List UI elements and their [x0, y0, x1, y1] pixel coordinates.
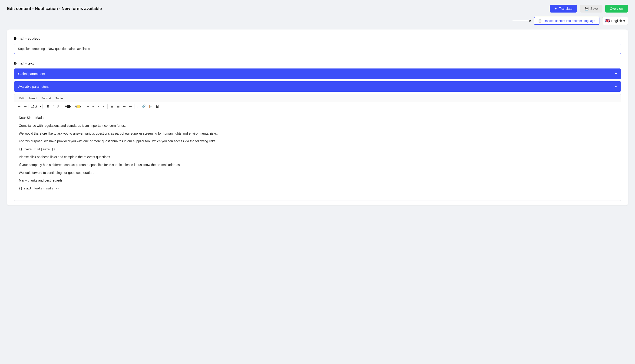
editor-line-4: For this purpose, we have provided you w… — [19, 138, 616, 144]
chevron-down-icon: ▾ — [615, 84, 617, 89]
align-justify-button[interactable]: ≡ — [101, 104, 106, 109]
toolbar-menu: Edit Insert Format Table — [14, 94, 621, 102]
menu-table[interactable]: Table — [53, 96, 65, 102]
arrow-hint — [513, 21, 531, 21]
underline-button[interactable]: U — [55, 104, 60, 109]
chevron-down-icon: ▾ — [623, 19, 625, 23]
save-button[interactable]: 💾 Save — [580, 5, 602, 12]
menu-edit[interactable]: Edit — [17, 96, 27, 102]
editor-line-5: {{ form_list|safe }} — [19, 146, 616, 152]
divider — [62, 104, 62, 109]
italic-button[interactable]: I — [51, 104, 55, 109]
editor-line-8: We look forward to continuing our good c… — [19, 170, 616, 176]
redo-button[interactable]: ↪ — [23, 104, 28, 109]
email-text-label: E-mail - text — [14, 61, 621, 65]
font-size-select[interactable]: 12pt 10pt 14pt 16pt 18pt — [29, 104, 43, 109]
sub-header-row: 📋 Transfer content into another language… — [7, 17, 628, 25]
email-text-section: E-mail - text Global parameters ▾ Availa… — [14, 61, 621, 201]
arrow-line — [513, 21, 531, 21]
toolbar-buttons: ↩ ↪ 12pt 10pt 14pt 16pt 18pt B I U A ▾ A… — [14, 102, 621, 110]
divider — [135, 104, 135, 109]
language-selector[interactable]: 🇬🇧 English ▾ — [602, 17, 628, 25]
menu-insert[interactable]: Insert — [27, 96, 39, 102]
translate-button[interactable]: ✦ Translate — [550, 5, 577, 12]
email-subject-input[interactable] — [14, 44, 621, 54]
header-actions: ✦ Translate 💾 Save Overview — [550, 5, 628, 12]
font-color-button[interactable]: A ▾ — [64, 104, 73, 109]
menu-format[interactable]: Format — [39, 96, 53, 102]
header-row: Edit content - Notification - New forms … — [7, 5, 628, 12]
main-card: E-mail - subject E-mail - text Global pa… — [7, 30, 628, 206]
editor-line-1: Dear Sir or Madam — [19, 115, 616, 121]
image-button[interactable]: 🖼 — [155, 104, 161, 109]
italic2-button[interactable]: I — [136, 104, 140, 109]
highlight-color-button[interactable]: A ▾ — [73, 104, 83, 109]
bold-button[interactable]: B — [46, 104, 51, 109]
editor-line-7: If your company has a different contact … — [19, 162, 616, 168]
indent-button[interactable]: ⇥ — [128, 104, 133, 109]
align-left-button[interactable]: ≡ — [86, 104, 90, 109]
align-center-button[interactable]: ≡ — [91, 104, 96, 109]
ordered-list-button[interactable]: ☷ — [115, 104, 121, 109]
flag-icon: 🇬🇧 — [605, 18, 610, 23]
unordered-list-button[interactable]: ☰ — [109, 104, 115, 109]
overview-button[interactable]: Overview — [605, 5, 628, 12]
editor-line-9: Many thanks and best regards, — [19, 178, 616, 184]
align-right-button[interactable]: ≡ — [96, 104, 101, 109]
transfer-button[interactable]: 📋 Transfer content into another language — [534, 17, 600, 25]
editor-line-2: Compliance with regulations and standard… — [19, 123, 616, 128]
font-color-swatch — [67, 105, 70, 108]
editor-line-3: We would therefore like to ask you to an… — [19, 131, 616, 136]
transfer-icon: 📋 — [538, 19, 542, 22]
editor-body[interactable]: Dear Sir or Madam Compliance with regula… — [14, 110, 621, 201]
divider — [84, 104, 84, 109]
page-title: Edit content - Notification - New forms … — [7, 6, 102, 11]
divider — [107, 104, 108, 109]
email-subject-label: E-mail - subject — [14, 36, 621, 40]
link-button[interactable]: 🔗 — [140, 104, 147, 109]
undo-button[interactable]: ↩ — [17, 104, 22, 109]
chevron-down-icon: ▾ — [615, 72, 617, 76]
editor-line-6: Please click on these links and complete… — [19, 154, 616, 160]
highlight-swatch — [77, 105, 80, 108]
editor-line-10: {{ mail_footer|safe }} — [19, 186, 616, 191]
save-icon: 💾 — [584, 7, 588, 10]
translate-icon: ✦ — [554, 7, 557, 10]
paste-button[interactable]: 📋 — [147, 104, 154, 109]
outdent-button[interactable]: ⇤ — [122, 104, 127, 109]
global-params-accordion[interactable]: Global parameters ▾ — [14, 68, 621, 79]
available-params-accordion[interactable]: Available parameters ▾ — [14, 81, 621, 92]
